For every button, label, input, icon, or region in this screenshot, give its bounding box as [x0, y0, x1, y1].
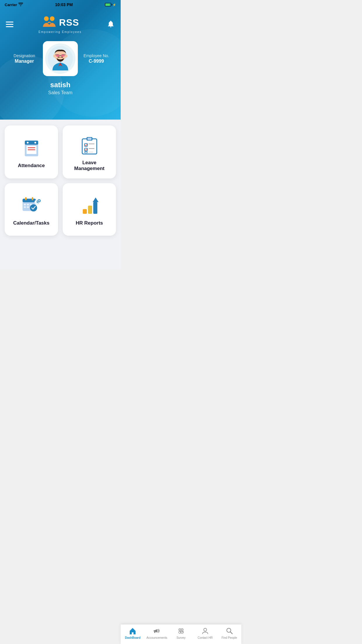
hamburger-menu[interactable] — [6, 22, 13, 27]
status-bar: Carrier 10:03 PM ⚡ — [0, 0, 121, 8]
user-team: Sales Team — [0, 90, 121, 95]
leave-management-label: Leave Management — [67, 160, 111, 172]
svg-rect-52 — [94, 202, 97, 204]
hr-figures-icon — [41, 15, 59, 30]
designation-block: Designation Manager — [6, 53, 43, 64]
svg-rect-34 — [24, 204, 26, 205]
svg-rect-35 — [27, 204, 29, 205]
attendance-icon — [21, 138, 42, 158]
nav-bar: RSS Empowering Employees — [0, 13, 121, 38]
svg-point-2 — [48, 46, 73, 71]
user-name: satish — [0, 81, 121, 89]
svg-rect-33 — [31, 197, 33, 200]
svg-point-8 — [53, 55, 55, 58]
attendance-card[interactable]: Attendance — [5, 125, 58, 178]
profile-section: Designation Manager — [0, 38, 121, 76]
cards-row-1: Attendance — [5, 125, 116, 178]
svg-rect-48 — [83, 209, 87, 214]
svg-point-3 — [55, 50, 66, 61]
hero-section: RSS Empowering Employees Designation Man… — [0, 0, 121, 123]
svg-point-18 — [27, 142, 29, 144]
main-content: Attendance — [0, 120, 121, 270]
svg-rect-16 — [28, 147, 35, 148]
svg-rect-38 — [27, 206, 29, 208]
svg-point-5 — [61, 54, 65, 57]
svg-rect-27 — [89, 148, 94, 149]
svg-point-4 — [56, 54, 60, 57]
leave-management-card[interactable]: Leave Management — [63, 125, 116, 178]
attendance-label: Attendance — [18, 163, 45, 169]
wifi-icon — [18, 3, 23, 7]
hr-reports-icon — [79, 195, 100, 216]
cards-row-2: Calendar/Tasks HR Reports — [5, 183, 116, 236]
svg-point-0 — [44, 16, 49, 21]
charging-icon: ⚡ — [113, 3, 116, 6]
status-time: 10:03 PM — [55, 2, 73, 7]
svg-point-19 — [34, 142, 36, 144]
employee-label: Employee No. — [78, 53, 115, 58]
svg-point-1 — [50, 16, 55, 21]
hr-reports-label: HR Reports — [76, 220, 103, 226]
svg-rect-37 — [24, 206, 26, 208]
avatar-wrapper — [43, 41, 78, 76]
svg-rect-11 — [25, 141, 38, 145]
carrier-text: Carrier — [5, 3, 23, 7]
designation-value: Manager — [6, 59, 43, 64]
calendar-tasks-label: Calendar/Tasks — [13, 220, 49, 226]
logo-text: RSS — [59, 18, 79, 27]
user-avatar-icon — [47, 46, 73, 72]
svg-point-44 — [36, 202, 37, 203]
svg-point-7 — [59, 57, 61, 58]
svg-rect-25 — [89, 144, 94, 144]
status-right: ⚡ — [105, 3, 116, 6]
svg-marker-51 — [93, 197, 99, 202]
svg-rect-29 — [89, 152, 93, 153]
employee-value: C-9999 — [78, 59, 115, 64]
svg-rect-28 — [85, 152, 87, 153]
avatar — [45, 43, 75, 74]
designation-label: Designation — [6, 53, 43, 58]
hr-reports-card[interactable]: HR Reports — [63, 183, 116, 236]
notification-bell-button[interactable] — [107, 20, 115, 29]
svg-point-39 — [30, 204, 37, 212]
calendar-tasks-icon — [21, 195, 42, 216]
leave-management-icon — [79, 135, 100, 155]
bell-icon — [107, 20, 115, 28]
logo-tagline: Empowering Employees — [38, 30, 82, 34]
svg-rect-17 — [28, 149, 35, 150]
calendar-tasks-card[interactable]: Calendar/Tasks — [5, 183, 58, 236]
app-logo: RSS Empowering Employees — [38, 15, 82, 34]
svg-rect-49 — [88, 206, 92, 214]
svg-rect-31 — [22, 199, 36, 202]
svg-rect-32 — [25, 197, 27, 200]
svg-point-9 — [65, 55, 67, 58]
svg-rect-23 — [87, 138, 92, 140]
employee-block: Employee No. C-9999 — [78, 53, 115, 64]
battery-icon — [105, 3, 111, 6]
